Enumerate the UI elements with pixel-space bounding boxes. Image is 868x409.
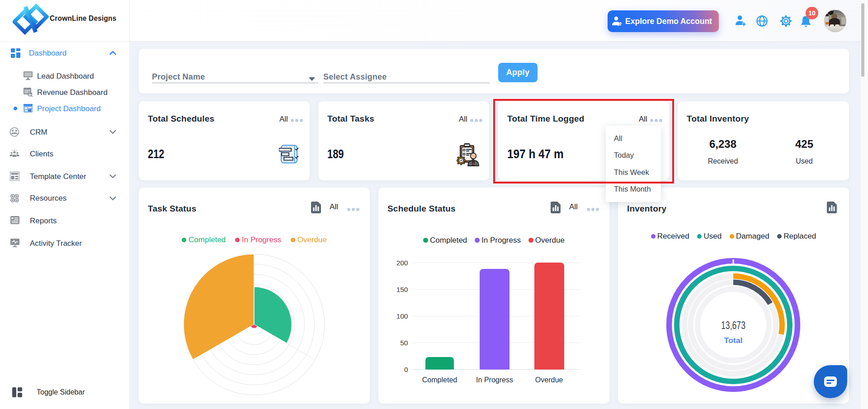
svg-text:Overdue: Overdue <box>535 376 563 384</box>
svg-text:100: 100 <box>396 312 408 320</box>
svg-text:13,673: 13,673 <box>721 319 745 331</box>
svg-text:Total: Total <box>724 336 743 345</box>
svg-text:200: 200 <box>396 259 408 267</box>
svg-text:150: 150 <box>396 286 408 293</box>
svg-text:In Progress: In Progress <box>476 376 513 384</box>
svg-text:Completed: Completed <box>422 376 457 384</box>
svg-text:0: 0 <box>404 366 408 373</box>
svg-text:50: 50 <box>400 339 408 347</box>
